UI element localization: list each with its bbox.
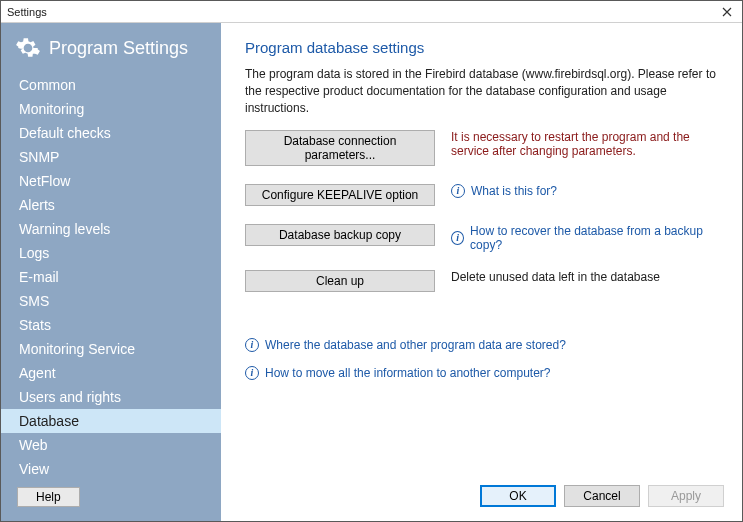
- sidebar-item-web[interactable]: Web: [1, 433, 221, 457]
- sidebar-item-monitoring[interactable]: Monitoring: [1, 97, 221, 121]
- help-link-text: How to move all the information to anoth…: [265, 366, 550, 380]
- help-links-block: iWhere the database and other program da…: [245, 338, 718, 380]
- sidebar-item-stats[interactable]: Stats: [1, 313, 221, 337]
- sidebar-item-netflow[interactable]: NetFlow: [1, 169, 221, 193]
- config-button[interactable]: Database connection parameters...: [245, 130, 435, 166]
- dialog-footer: OK Cancel Apply: [480, 485, 724, 507]
- close-icon[interactable]: [718, 3, 736, 21]
- config-button[interactable]: Configure KEEPALIVE option: [245, 184, 435, 206]
- info-link-wrapper: iHow to recover the database from a back…: [451, 224, 718, 252]
- main-panel: Program database settings The program da…: [221, 23, 742, 521]
- help-link[interactable]: iWhere the database and other program da…: [245, 338, 718, 352]
- sidebar-item-e-mail[interactable]: E-mail: [1, 265, 221, 289]
- config-row: Database connection parameters...It is n…: [245, 130, 718, 166]
- config-row: Database backup copyiHow to recover the …: [245, 224, 718, 252]
- sidebar-item-logs[interactable]: Logs: [1, 241, 221, 265]
- info-link-wrapper: iWhat is this for?: [451, 184, 718, 198]
- body: Program Settings CommonMonitoringDefault…: [1, 23, 742, 521]
- sidebar-item-default-checks[interactable]: Default checks: [1, 121, 221, 145]
- info-icon: i: [451, 231, 464, 245]
- sidebar-title: Program Settings: [49, 38, 188, 59]
- sidebar-item-common[interactable]: Common: [1, 73, 221, 97]
- sidebar-item-agent[interactable]: Agent: [1, 361, 221, 385]
- config-button[interactable]: Clean up: [245, 270, 435, 292]
- cancel-button[interactable]: Cancel: [564, 485, 640, 507]
- sidebar-item-warning-levels[interactable]: Warning levels: [1, 217, 221, 241]
- page-title: Program database settings: [245, 39, 718, 56]
- config-row: Clean upDelete unused data left in the d…: [245, 270, 718, 292]
- info-icon: i: [245, 366, 259, 380]
- help-button[interactable]: Help: [17, 487, 80, 507]
- window-title: Settings: [7, 6, 718, 18]
- sidebar-footer: Help: [1, 477, 221, 521]
- sidebar-header: Program Settings: [1, 23, 221, 73]
- apply-button: Apply: [648, 485, 724, 507]
- info-icon: i: [245, 338, 259, 352]
- sidebar-item-alerts[interactable]: Alerts: [1, 193, 221, 217]
- gear-icon: [15, 35, 41, 61]
- help-link[interactable]: iHow to move all the information to anot…: [245, 366, 718, 380]
- sidebar-item-monitoring-service[interactable]: Monitoring Service: [1, 337, 221, 361]
- sidebar: Program Settings CommonMonitoringDefault…: [1, 23, 221, 521]
- config-row: Configure KEEPALIVE optioniWhat is this …: [245, 184, 718, 206]
- sidebar-item-snmp[interactable]: SNMP: [1, 145, 221, 169]
- row-note: It is necessary to restart the program a…: [451, 130, 718, 158]
- info-link[interactable]: iWhat is this for?: [451, 184, 718, 198]
- ok-button[interactable]: OK: [480, 485, 556, 507]
- info-link[interactable]: iHow to recover the database from a back…: [451, 224, 718, 252]
- sidebar-item-users-and-rights[interactable]: Users and rights: [1, 385, 221, 409]
- sidebar-item-view[interactable]: View: [1, 457, 221, 477]
- sidebar-item-database[interactable]: Database: [1, 409, 221, 433]
- config-button[interactable]: Database backup copy: [245, 224, 435, 246]
- sidebar-nav: CommonMonitoringDefault checksSNMPNetFlo…: [1, 73, 221, 477]
- intro-text: The program data is stored in the Firebi…: [245, 66, 718, 116]
- info-link-text: How to recover the database from a backu…: [470, 224, 718, 252]
- help-link-text: Where the database and other program dat…: [265, 338, 566, 352]
- sidebar-item-sms[interactable]: SMS: [1, 289, 221, 313]
- settings-window: Settings Program Settings CommonMonitori…: [0, 0, 743, 522]
- row-note: Delete unused data left in the database: [451, 270, 718, 284]
- titlebar: Settings: [1, 1, 742, 23]
- config-rows: Database connection parameters...It is n…: [245, 130, 718, 310]
- info-link-text: What is this for?: [471, 184, 557, 198]
- info-icon: i: [451, 184, 465, 198]
